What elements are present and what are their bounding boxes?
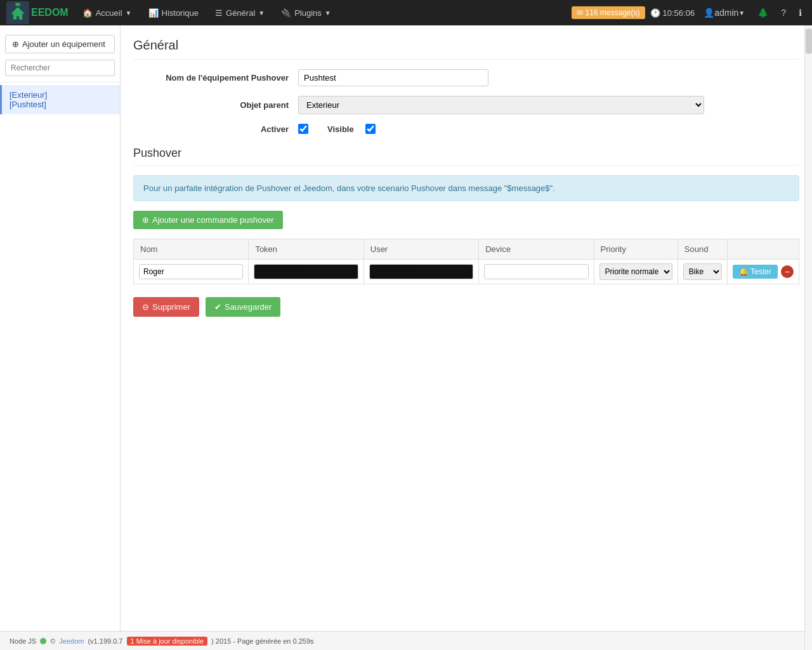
device-input[interactable] bbox=[484, 264, 588, 279]
menu-icon: ☰ bbox=[215, 8, 223, 18]
info-text: Pour un parfaite intégration de Pushover… bbox=[143, 183, 555, 193]
svg-rect-2 bbox=[15, 3, 20, 6]
tester-button[interactable]: 🔔 Tester bbox=[733, 265, 778, 279]
activer-visible-group: Activer Visible bbox=[133, 124, 799, 134]
supprimer-button[interactable]: ⊖ Supprimer bbox=[133, 297, 199, 317]
chevron-down-icon-3: ▼ bbox=[325, 10, 331, 17]
visible-label: Visible bbox=[327, 124, 360, 134]
token-input[interactable] bbox=[254, 264, 358, 279]
admin-label: admin bbox=[714, 8, 738, 18]
clock-icon: 🕐 bbox=[650, 8, 660, 18]
th-nom: Nom bbox=[134, 239, 249, 260]
update-badge[interactable]: 1 Mise à jour disponible bbox=[127, 637, 208, 646]
activer-check-item bbox=[298, 124, 308, 134]
th-device: Device bbox=[479, 239, 594, 260]
info-box: Pour un parfaite intégration de Pushover… bbox=[133, 175, 799, 201]
status-dot bbox=[40, 638, 46, 644]
plus-icon: ⊕ bbox=[12, 39, 19, 49]
sidebar-item-pushtest[interactable]: [Exterieur][Pushtest] bbox=[0, 85, 120, 114]
chart-icon: 📊 bbox=[148, 8, 159, 18]
plugin-icon: 🔌 bbox=[281, 8, 291, 18]
brand-logo[interactable]: EEDOM bbox=[6, 1, 69, 24]
clock-display: 🕐 10:56:06 bbox=[650, 8, 695, 18]
chevron-down-icon: ▼ bbox=[126, 10, 132, 17]
tree-btn[interactable]: 🌲 bbox=[754, 0, 772, 25]
action-cell: 🔔 Tester − bbox=[733, 265, 794, 279]
activer-label: Activer bbox=[133, 124, 298, 134]
action-buttons: ⊖ Supprimer ✔ Sauvegarder bbox=[133, 297, 799, 317]
bell-icon: 🔔 bbox=[739, 267, 749, 276]
td-priority: Priorite normale Priorite basse Priorite… bbox=[594, 260, 678, 284]
nav-plugins[interactable]: 🔌 Plugins ▼ bbox=[273, 0, 339, 25]
info-icon: ℹ bbox=[799, 8, 802, 18]
equipment-name-label: Nom de l'équipement Pushover bbox=[133, 73, 298, 83]
parent-object-label: Objet parent bbox=[133, 100, 298, 110]
th-token: Token bbox=[249, 239, 363, 260]
scrollbar-thumb[interactable] bbox=[806, 29, 812, 54]
visible-check-item: Visible bbox=[327, 124, 376, 134]
sidebar-item-label: [Exterieur][Pushtest] bbox=[10, 90, 47, 109]
add-equipment-button[interactable]: ⊕ Ajouter un équipement bbox=[5, 35, 115, 53]
jeedom-link[interactable]: Jeedom bbox=[59, 637, 84, 645]
brand-text: EEDOM bbox=[31, 7, 69, 18]
parent-object-group: Objet parent Exterieur bbox=[133, 96, 799, 114]
add-command-label: Ajouter une commande pushover bbox=[152, 215, 274, 225]
messages-badge[interactable]: ✉ 116 message(s) bbox=[572, 6, 645, 19]
sauvegarder-label: Sauvegarder bbox=[225, 302, 272, 312]
sauvegarder-button[interactable]: ✔ Sauvegarder bbox=[206, 297, 280, 317]
year-gen-text: ) 2015 - Page générée en 0.259s bbox=[211, 637, 313, 645]
envelope-icon: ✉ bbox=[577, 8, 583, 17]
logo-icon bbox=[6, 1, 29, 24]
th-sound: Sound bbox=[678, 239, 727, 260]
general-title: Général bbox=[133, 38, 799, 60]
nodejs-label: Node JS bbox=[10, 637, 36, 645]
user-input[interactable] bbox=[369, 264, 473, 279]
visible-checkbox[interactable] bbox=[365, 124, 376, 134]
remove-button[interactable]: − bbox=[781, 265, 794, 278]
td-token bbox=[249, 260, 363, 284]
nav-accueil[interactable]: 🏠 Accueil ▼ bbox=[75, 0, 140, 25]
home-icon: 🏠 bbox=[82, 8, 93, 18]
table-body: Priorite normale Priorite basse Priorite… bbox=[134, 260, 799, 284]
tester-label: Tester bbox=[750, 267, 771, 276]
info-btn[interactable]: ℹ bbox=[795, 0, 806, 25]
supprimer-label: Supprimer bbox=[152, 302, 190, 312]
sound-select[interactable]: Bike None Bugle Cash bbox=[683, 263, 722, 280]
nav-historique[interactable]: 📊 Historique bbox=[141, 0, 207, 25]
parent-object-select[interactable]: Exterieur bbox=[298, 96, 704, 114]
scrollbar[interactable] bbox=[804, 25, 812, 650]
footer: Node JS © Jeedom (v1.199.0.7 1 Mise à jo… bbox=[0, 631, 812, 650]
nav-general-label: Général bbox=[226, 8, 255, 18]
main-wrapper: ⊕ Ajouter un équipement [Exterieur][Push… bbox=[0, 25, 812, 631]
content-area: Général Nom de l'équipement Pushover Obj… bbox=[121, 25, 812, 631]
jeedom-link-text: Jeedom bbox=[59, 637, 84, 645]
th-user: User bbox=[363, 239, 478, 260]
nav-general[interactable]: ☰ Général ▼ bbox=[207, 0, 272, 25]
sidebar-divider bbox=[0, 82, 120, 83]
help-btn[interactable]: ? bbox=[777, 0, 790, 25]
chevron-down-icon-4: ▼ bbox=[738, 10, 745, 17]
nav-plugins-label: Plugins bbox=[294, 8, 322, 18]
navbar: EEDOM 🏠 Accueil ▼ 📊 Historique ☰ Général… bbox=[0, 0, 812, 25]
question-icon: ? bbox=[781, 8, 786, 18]
priority-select[interactable]: Priorite normale Priorite basse Priorite… bbox=[599, 263, 672, 280]
nom-input[interactable] bbox=[139, 264, 243, 279]
sidebar: ⊕ Ajouter un équipement [Exterieur][Push… bbox=[0, 25, 121, 631]
activer-checkbox[interactable] bbox=[298, 124, 308, 134]
tree-icon: 🌲 bbox=[757, 8, 768, 18]
add-equipment-label: Ajouter un équipement bbox=[22, 39, 105, 49]
equipment-name-input[interactable] bbox=[298, 69, 488, 86]
plus-circle-icon: ⊕ bbox=[142, 215, 149, 225]
table-header: Nom Token User Device Priority Sound bbox=[134, 239, 799, 260]
add-command-button[interactable]: ⊕ Ajouter une commande pushover bbox=[133, 211, 283, 229]
td-user bbox=[363, 260, 478, 284]
messages-count: 116 message(s) bbox=[586, 8, 640, 17]
nav-menu: 🏠 Accueil ▼ 📊 Historique ☰ Général ▼ 🔌 P… bbox=[75, 0, 572, 25]
admin-menu[interactable]: 👤 admin ▼ bbox=[700, 0, 749, 25]
search-input[interactable] bbox=[5, 60, 115, 76]
th-actions bbox=[727, 239, 799, 260]
td-actions: 🔔 Tester − bbox=[727, 260, 799, 284]
time-value: 10:56:06 bbox=[663, 8, 695, 18]
td-nom bbox=[134, 260, 249, 284]
command-table: Nom Token User Device Priority Sound bbox=[133, 239, 799, 284]
